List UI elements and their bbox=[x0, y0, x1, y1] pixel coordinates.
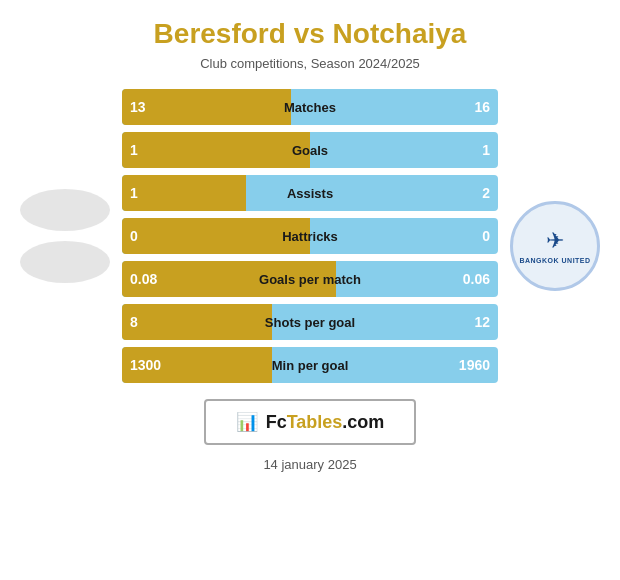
stat-label: Goals bbox=[292, 143, 328, 158]
stat-left-value: 1 bbox=[130, 185, 138, 201]
date-label: 14 january 2025 bbox=[263, 457, 356, 472]
stat-row: 1300Min per goal1960 bbox=[122, 347, 498, 383]
stat-bar: 1Goals1 bbox=[122, 132, 498, 168]
match-subtitle: Club competitions, Season 2024/2025 bbox=[200, 56, 420, 71]
stat-row: 13Matches16 bbox=[122, 89, 498, 125]
stat-right-value: 0 bbox=[482, 228, 490, 244]
stat-row: 1Goals1 bbox=[122, 132, 498, 168]
left-team-logo-1 bbox=[20, 189, 110, 231]
left-logos bbox=[20, 189, 110, 283]
stat-left-value: 0.08 bbox=[130, 271, 157, 287]
fctables-icon: 📊 bbox=[236, 411, 258, 433]
main-container: Beresford vs Notchaiya Club competitions… bbox=[0, 0, 620, 580]
match-title: Beresford vs Notchaiya bbox=[154, 18, 467, 50]
stat-row: 1Assists2 bbox=[122, 175, 498, 211]
stat-label: Min per goal bbox=[272, 358, 349, 373]
bufc-emblem: ✈ bbox=[546, 228, 564, 254]
right-logo-area: ✈ BANGKOK UNITED bbox=[510, 181, 600, 291]
fctables-label: FcTables.com bbox=[266, 412, 385, 433]
stat-label: Goals per match bbox=[259, 272, 361, 287]
stat-label: Hattricks bbox=[282, 229, 338, 244]
stat-left-value: 0 bbox=[130, 228, 138, 244]
bufc-label: BANGKOK UNITED bbox=[519, 257, 590, 264]
stat-bar: 1300Min per goal1960 bbox=[122, 347, 498, 383]
right-team-logo: ✈ BANGKOK UNITED bbox=[510, 201, 600, 291]
stat-right-value: 1 bbox=[482, 142, 490, 158]
stat-left-value: 13 bbox=[130, 99, 146, 115]
stat-bar: 0Hattricks0 bbox=[122, 218, 498, 254]
stat-row: 0.08Goals per match0.06 bbox=[122, 261, 498, 297]
stat-left-value: 8 bbox=[130, 314, 138, 330]
stat-bar: 1Assists2 bbox=[122, 175, 498, 211]
stat-right-value: 16 bbox=[474, 99, 490, 115]
stat-bar: 8Shots per goal12 bbox=[122, 304, 498, 340]
stat-right-value: 1960 bbox=[459, 357, 490, 373]
stat-label: Assists bbox=[287, 186, 333, 201]
fctables-banner: 📊 FcTables.com bbox=[204, 399, 417, 445]
stat-left-value: 1300 bbox=[130, 357, 161, 373]
stat-left-value: 1 bbox=[130, 142, 138, 158]
stat-row: 0Hattricks0 bbox=[122, 218, 498, 254]
stat-right-value: 12 bbox=[474, 314, 490, 330]
stats-rows: 13Matches161Goals11Assists20Hattricks00.… bbox=[122, 89, 498, 383]
left-team-logo-2 bbox=[20, 241, 110, 283]
stat-label: Matches bbox=[284, 100, 336, 115]
stat-label: Shots per goal bbox=[265, 315, 355, 330]
stat-right-value: 0.06 bbox=[463, 271, 490, 287]
stat-bar: 0.08Goals per match0.06 bbox=[122, 261, 498, 297]
stat-bar: 13Matches16 bbox=[122, 89, 498, 125]
stat-right-value: 2 bbox=[482, 185, 490, 201]
stat-row: 8Shots per goal12 bbox=[122, 304, 498, 340]
stats-area: 13Matches161Goals11Assists20Hattricks00.… bbox=[20, 89, 600, 383]
